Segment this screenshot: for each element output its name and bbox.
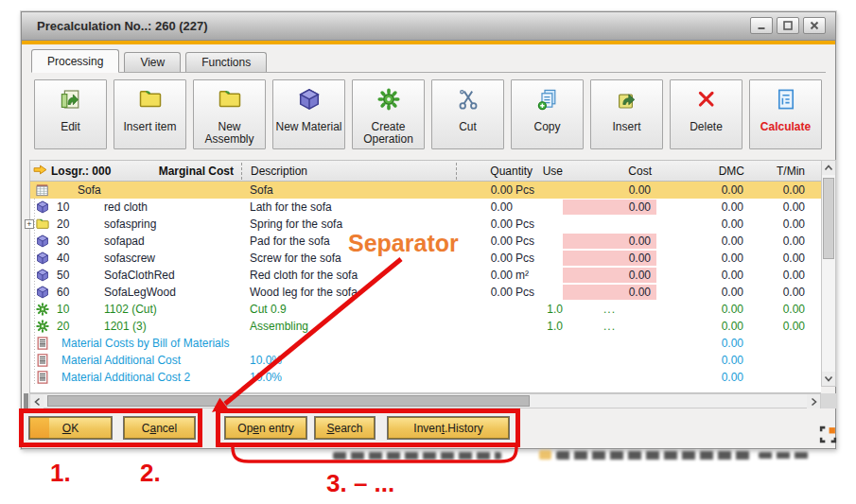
chevron-left-icon [33,397,42,407]
horizontal-scrollbar[interactable] [29,393,821,408]
step-2-label: 2. [140,459,161,488]
row-quantity: 0.00 [456,269,513,282]
header-dmc: DMC [656,165,749,178]
scrollbar-left-notch [24,393,28,408]
insert-arrow-icon [616,88,638,114]
report-icon [30,369,55,386]
cube-icon [30,199,55,216]
header-quantity: Quantity [456,163,533,180]
row-description: Assembling [241,320,456,333]
minimize-button[interactable] [750,17,773,34]
row-description: Lath for the sofa [241,200,456,214]
toolbar-button-cut[interactable]: Cut [431,79,504,149]
row-unit: Pcs [513,217,533,231]
row-tmin: 0.00 [749,320,808,333]
window-title: Precalculation No..: 260 (227) [37,19,208,33]
grid-icon [30,182,55,199]
table-header-row[interactable]: Losgr.: 000 Marginal Cost Description Qu… [30,161,821,182]
row-tmin: 0.00 [749,235,808,248]
toolbar-button-copy[interactable]: Copy [511,79,584,149]
tab-strip: ProcessingViewFunctions [31,49,826,73]
scroll-down-button[interactable] [822,372,835,386]
gear-icon [30,301,55,318]
scroll-left-button[interactable] [30,394,44,408]
row-cost[interactable]: 0.00 [563,251,656,266]
row-cost: ... [563,319,656,334]
row-cost: 0.00 [563,182,656,198]
table-row[interactable]: Material Additional Cost10.0%0.00 [30,352,821,369]
vertical-scroll-thumb[interactable] [823,178,834,259]
row-cost [563,336,656,351]
maximize-button[interactable] [777,17,799,34]
toolbar-button-create-operation[interactable]: Create Operation [352,79,425,149]
row-tmin: 0.00 [749,200,808,214]
close-button[interactable] [803,17,826,34]
row-item-name: Sofa [78,183,241,197]
row-cost[interactable]: 0.00 [563,268,656,283]
toolbar-button-new-assembly[interactable]: New Assembly [193,79,266,149]
row-description: Wood leg for the sofa [241,286,456,299]
table-row[interactable]: Material Additional Cost 210.0%0.00 [30,369,821,386]
row-position-number: 50 [55,269,78,282]
toolbar-button-calculate[interactable]: Calculate [749,79,822,149]
table-row[interactable]: Material Costs by Bill of Materials0.00 [30,335,821,352]
row-item-name: sofascrew [78,252,241,265]
precalculation-table: Losgr.: 000 Marginal Cost Description Qu… [29,160,821,393]
toolbar-button-label: Insert [612,121,640,133]
toolbar-button-insert[interactable]: Insert [590,79,663,149]
row-position-number: 10 [55,200,78,214]
blurred-background-text [333,452,501,460]
cube-icon [298,88,321,114]
table-row[interactable]: 10red clothLath for the sofa0.000.000.00… [30,199,821,216]
delete-x-icon [695,88,718,114]
row-tmin: 0.00 [749,252,808,265]
tab-label: Processing [47,55,103,68]
toolbar-button-edit[interactable]: Edit [34,79,107,149]
chevron-up-icon [824,164,833,172]
scroll-up-button[interactable] [822,161,835,175]
blurred-background-text [556,451,750,460]
maximize-icon [782,20,794,31]
row-item-name: sofaspring [78,217,241,231]
toolbar-button-label: Insert item [123,121,176,133]
table-row[interactable]: 201201 (3)Assembling1.0...0.000.00 [30,318,821,335]
tab-view[interactable]: View [124,52,181,72]
tab-label: Functions [201,56,251,69]
row-description: Sofa [241,183,456,197]
vertical-scrollbar[interactable] [821,160,836,387]
table-row[interactable]: 50SofaClothRedRed cloth for the sofa0.00… [30,267,821,284]
table-row[interactable]: SofaSofa0.00Pcs0.000.000.00 [30,182,821,199]
window-controls [750,17,826,34]
row-position-number: 30 [55,235,78,248]
expand-form-icon[interactable] [819,426,837,443]
row-cost: ... [563,302,656,317]
table-row[interactable]: 60SofaLegWoodWood leg for the sofa0.00Pc… [30,284,821,301]
toolbar-button-new-material[interactable]: New Material [272,79,345,149]
row-dmc: 0.00 [656,269,749,282]
minimize-icon [756,20,767,31]
scroll-right-button[interactable] [807,394,820,408]
toolbar-button-insert-item[interactable]: Insert item [114,79,186,149]
cube-icon [30,233,55,250]
row-cost[interactable]: 0.00 [563,234,656,249]
row-quantity: 0.00 [456,200,513,214]
row-label: Material Additional Cost [55,354,241,367]
toolbar-button-delete[interactable]: Delete [670,79,742,149]
row-cost[interactable]: 0.00 [563,200,656,215]
annotation-box-entry-buttons [216,408,520,447]
expand-node-toggle[interactable]: + [25,219,34,229]
toolbar-button-label: New Material [275,121,341,133]
row-cost[interactable]: 0.00 [563,285,656,300]
row-quantity: 0.00 [456,217,513,231]
row-dmc: 0.00 [656,200,749,214]
row-use: 1.0 [533,303,563,316]
blurred-background-text [759,452,812,459]
tab-functions[interactable]: Functions [185,52,267,72]
tab-processing[interactable]: Processing [31,49,119,73]
toolbar-button-label: Cut [459,121,477,133]
table-row[interactable]: 101102 (Cut)Cut 0.91.0...0.000.00 [30,301,821,318]
step-1-label: 1. [50,459,71,488]
row-dmc: 0.00 [656,235,749,248]
horizontal-scroll-thumb[interactable] [47,395,530,407]
window-titlebar[interactable]: Precalculation No..: 260 (227) [22,12,835,41]
